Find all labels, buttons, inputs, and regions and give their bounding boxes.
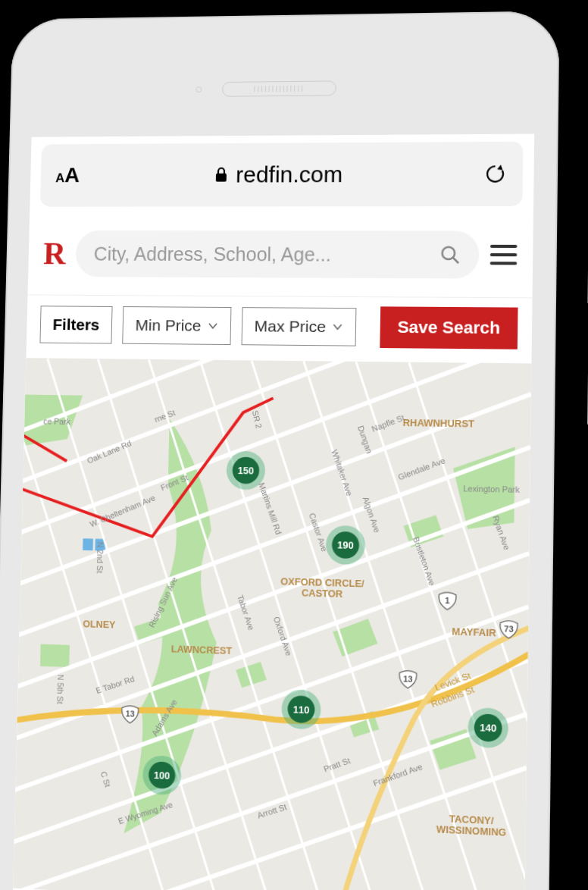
chevron-down-icon	[207, 321, 217, 331]
url-text: redfin.com	[236, 161, 343, 187]
search-icon[interactable]	[439, 245, 460, 265]
neighborhood-label: WISSINOMING	[436, 824, 506, 838]
svg-rect-4	[40, 644, 70, 668]
max-price-label: Max Price	[254, 317, 326, 336]
street-label: Oxford Ave	[272, 616, 294, 657]
search-input[interactable]	[94, 243, 431, 265]
svg-rect-10	[83, 538, 93, 550]
url-display[interactable]: redfin.com	[91, 161, 471, 188]
phone-camera	[195, 86, 202, 92]
svg-text:1: 1	[445, 596, 449, 606]
phone-frame: A A redfin.com R	[0, 11, 560, 890]
neighborhood-label: RHAWNHURST	[403, 418, 475, 430]
svg-point-1	[442, 247, 455, 259]
svg-rect-0	[216, 174, 227, 182]
svg-line-2	[453, 258, 458, 263]
street-label: Lexington Park	[463, 484, 520, 494]
neighborhood-label: CASTOR	[302, 588, 343, 600]
route-shield: 1	[439, 592, 456, 610]
street-label: N 5th St	[56, 674, 66, 704]
street-label: Oak Lane Rd	[86, 438, 133, 465]
route-shield: 13	[399, 670, 417, 688]
min-price-button[interactable]: Min Price	[122, 306, 231, 345]
redfin-logo[interactable]: R	[43, 236, 67, 271]
browser-address-bar: A A redfin.com	[40, 142, 524, 207]
filters-button[interactable]: Filters	[39, 306, 112, 343]
filters-label: Filters	[52, 315, 99, 334]
street-label: Glendale Ave	[396, 456, 446, 482]
text-size-big-a: A	[64, 164, 80, 187]
svg-rect-3	[333, 619, 377, 657]
lock-icon	[214, 167, 228, 183]
text-size-button[interactable]: A A	[55, 164, 80, 187]
marker-value: 110	[293, 704, 310, 716]
street-label: Whitaker Ave	[330, 448, 355, 497]
neighborhood-label: OLNEY	[83, 619, 116, 630]
svg-text:13: 13	[126, 709, 135, 719]
filter-bar: Filters Min Price Max Price Save Search	[26, 295, 532, 363]
route-shield: 13	[122, 706, 139, 723]
min-price-label: Min Price	[135, 316, 201, 335]
map-view[interactable]: RHAWNHURSTOXFORD CIRCLE/CASTOROLNEYLAWNC…	[13, 358, 531, 890]
search-box[interactable]	[76, 230, 480, 278]
chevron-down-icon	[332, 321, 343, 332]
save-search-button[interactable]: Save Search	[380, 306, 518, 349]
marker-value: 100	[154, 770, 170, 782]
marker-value: 140	[480, 722, 496, 734]
street-label: Napfle St	[371, 412, 406, 434]
street-label: SR 2	[251, 409, 264, 429]
street-label: E Tabor Rd	[95, 674, 136, 695]
marker-value: 150	[238, 465, 254, 477]
save-search-label: Save Search	[397, 318, 500, 338]
marker-value: 190	[337, 540, 354, 551]
neighborhood-label: LAWNCREST	[171, 644, 233, 657]
svg-text:73: 73	[504, 624, 514, 634]
max-price-button[interactable]: Max Price	[241, 307, 356, 346]
neighborhood-label: MAYFAIR	[452, 626, 496, 638]
menu-icon[interactable]	[490, 245, 518, 265]
street-label: Bustleton Ave	[411, 535, 437, 586]
phone-screen: A A redfin.com R	[12, 134, 534, 890]
app-header: R	[27, 217, 533, 298]
svg-text:13: 13	[403, 674, 413, 684]
street-label: C St	[99, 770, 113, 788]
refresh-icon[interactable]	[483, 162, 508, 186]
street-label: N 2nd St	[95, 541, 105, 573]
text-size-small-a: A	[55, 171, 64, 186]
map-svg: RHAWNHURSTOXFORD CIRCLE/CASTOROLNEYLAWNC…	[13, 358, 531, 890]
phone-speaker	[222, 80, 336, 96]
map-cluster-marker[interactable]: 140	[468, 707, 508, 749]
street-label: ce Park	[43, 416, 70, 426]
